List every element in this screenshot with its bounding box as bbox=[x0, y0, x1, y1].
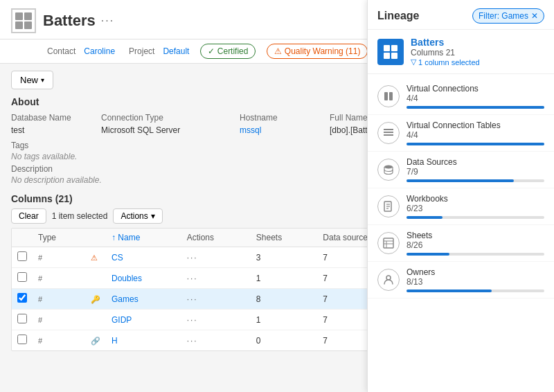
lineage-item-info: Virtual Connection Tables 4/4 bbox=[406, 121, 544, 145]
svg-rect-1 bbox=[389, 92, 393, 100]
row-type: # bbox=[33, 330, 85, 351]
lineage-item-virtual-connections[interactable]: Virtual Connections 4/4 bbox=[368, 78, 554, 115]
project-value[interactable]: Default bbox=[163, 46, 189, 56]
lineage-item-count: 4/4 bbox=[406, 93, 544, 103]
col-checkbox bbox=[12, 229, 33, 247]
row-name[interactable]: Games bbox=[106, 289, 181, 310]
col-actions[interactable]: Actions bbox=[181, 229, 251, 247]
lineage-item-workbooks[interactable]: Workbooks 6/23 bbox=[368, 188, 554, 225]
col-type[interactable]: Type bbox=[33, 229, 85, 247]
lineage-bar-fill bbox=[406, 289, 492, 292]
lineage-filter-label: Filter: Games bbox=[479, 11, 528, 21]
svg-point-5 bbox=[384, 166, 393, 169]
main-content: Batters ··· Contact Caroline Project Def… bbox=[0, 0, 554, 392]
row-quality-icon bbox=[85, 310, 106, 330]
lineage-item-info: Workbooks 6/23 bbox=[406, 194, 544, 219]
filter-close-icon[interactable]: ✕ bbox=[531, 11, 538, 21]
lineage-item-info: Virtual Connections 4/4 bbox=[406, 84, 544, 109]
certified-badge[interactable]: ✓ Certified bbox=[200, 44, 256, 59]
contact-value[interactable]: Caroline bbox=[84, 46, 115, 56]
row-actions[interactable]: ··· bbox=[181, 268, 251, 289]
lineage-filter[interactable]: Filter: Games ✕ bbox=[472, 8, 544, 24]
lineage-bar-bg bbox=[406, 106, 544, 109]
lineage-bar-fill bbox=[406, 143, 544, 145]
row-type: # bbox=[33, 310, 85, 330]
quality-warning-icon: ⚠ bbox=[91, 253, 98, 262]
conn-type-value: Microsoft SQL Server bbox=[101, 125, 240, 135]
lineage-bar-bg bbox=[406, 179, 544, 182]
hostname-value[interactable]: mssql bbox=[240, 125, 330, 135]
sheets-icon bbox=[377, 232, 400, 254]
col-sheets[interactable]: Sheets bbox=[251, 229, 318, 247]
lineage-item-count: 8/13 bbox=[406, 277, 544, 287]
lineage-item-name: Owners bbox=[406, 267, 544, 277]
lineage-item-count: 4/4 bbox=[406, 130, 544, 140]
lineage-item-virtual-connection-tables[interactable]: Virtual Connection Tables 4/4 bbox=[368, 115, 554, 152]
lineage-item-data-sources[interactable]: Data Sources 7/9 bbox=[368, 152, 554, 188]
lineage-header: Lineage Filter: Games ✕ bbox=[368, 0, 554, 30]
col-name[interactable]: ↑ Name bbox=[106, 229, 181, 247]
row-type: # bbox=[33, 268, 85, 289]
lineage-top-selected: ▽ 1 column selected bbox=[411, 57, 480, 66]
lineage-bar-fill bbox=[406, 216, 443, 219]
quality-warning-badge[interactable]: ⚠ Quality Warning (11) bbox=[267, 44, 368, 59]
lineage-top-name: Batters bbox=[411, 37, 480, 48]
lineage-top-columns: Columns 21 bbox=[411, 48, 480, 57]
more-options-icon[interactable]: ··· bbox=[101, 15, 114, 27]
row-name[interactable]: CS bbox=[106, 247, 181, 268]
lineage-item-sheets[interactable]: Sheets 8/26 bbox=[368, 225, 554, 262]
new-button[interactable]: New ▾ bbox=[11, 71, 53, 89]
row-checkbox[interactable] bbox=[12, 289, 33, 310]
row-sheets: 1 bbox=[251, 268, 318, 289]
lineage-item-owners[interactable]: Owners 8/13 bbox=[368, 262, 554, 299]
row-checkbox[interactable] bbox=[12, 330, 33, 351]
virtual-connection-tables-icon bbox=[377, 122, 400, 144]
dropdown-arrow-icon: ▾ bbox=[41, 76, 44, 84]
owners-icon bbox=[377, 269, 400, 291]
page-title: Batters bbox=[43, 12, 96, 30]
lineage-bar-bg bbox=[406, 143, 544, 145]
row-name[interactable]: Doubles bbox=[106, 268, 181, 289]
lineage-bar-bg bbox=[406, 216, 544, 219]
row-checkbox[interactable] bbox=[12, 247, 33, 268]
row-name[interactable]: H bbox=[106, 330, 181, 351]
row-sheets: 0 bbox=[251, 330, 318, 351]
lineage-items: Virtual Connections 4/4 Virtual Connecti… bbox=[368, 74, 554, 392]
svg-rect-0 bbox=[384, 92, 388, 100]
lineage-item-count: 8/26 bbox=[406, 240, 544, 250]
row-checkbox[interactable] bbox=[12, 268, 33, 289]
svg-point-14 bbox=[386, 276, 391, 280]
lineage-bar-fill bbox=[406, 106, 544, 109]
project-label: Project bbox=[129, 46, 154, 56]
lineage-title: Lineage bbox=[377, 10, 419, 22]
row-checkbox[interactable] bbox=[12, 310, 33, 330]
hostname-label: Hostname bbox=[240, 113, 330, 123]
row-sheets: 8 bbox=[251, 289, 318, 310]
clear-button[interactable]: Clear bbox=[11, 208, 46, 224]
lineage-item-name: Workbooks bbox=[406, 194, 544, 204]
lineage-item-info: Data Sources 7/9 bbox=[406, 157, 544, 182]
row-quality-icon bbox=[85, 268, 106, 289]
lineage-item-count: 6/23 bbox=[406, 204, 544, 213]
row-actions[interactable]: ··· bbox=[181, 289, 251, 310]
lineage-top-icon bbox=[377, 39, 404, 65]
lineage-bar-fill bbox=[406, 179, 514, 182]
svg-rect-4 bbox=[384, 134, 393, 136]
conn-type-label: Connection Type bbox=[101, 113, 240, 123]
row-type: # bbox=[33, 247, 85, 268]
row-type: # bbox=[33, 289, 85, 310]
row-sheets: 1 bbox=[251, 310, 318, 330]
lineage-item-name: Virtual Connections bbox=[406, 84, 544, 93]
lineage-item-count: 7/9 bbox=[406, 167, 544, 177]
lineage-item-name: Virtual Connection Tables bbox=[406, 121, 544, 130]
row-actions[interactable]: ··· bbox=[181, 247, 251, 268]
lineage-top-item: Batters Columns 21 ▽ 1 column selected bbox=[368, 30, 554, 74]
actions-dropdown-icon: ▾ bbox=[151, 211, 155, 221]
row-actions[interactable]: ··· bbox=[181, 330, 251, 351]
selected-label: 1 item selected bbox=[52, 211, 108, 221]
actions-button[interactable]: Actions ▾ bbox=[113, 208, 162, 224]
row-actions[interactable]: ··· bbox=[181, 310, 251, 330]
lineage-bar-bg bbox=[406, 289, 544, 292]
row-name[interactable]: GIDP bbox=[106, 310, 181, 330]
table-icon bbox=[11, 8, 36, 33]
